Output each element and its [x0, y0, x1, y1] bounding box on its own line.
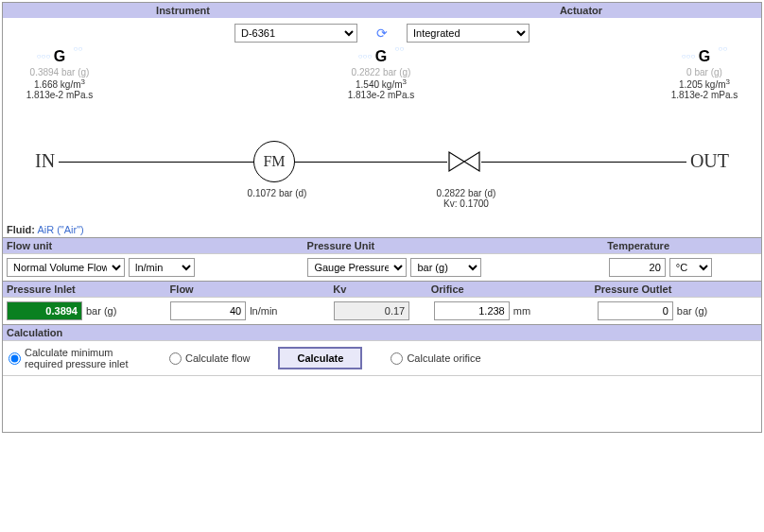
gas-point-mid: ○○○G○○ 0.2822 bar (g) 1.540 kg/m3 1.813e…: [329, 48, 433, 100]
pipe-line: [31, 162, 733, 163]
dropdown-row: D-6361 ⟳ Integrated: [3, 18, 761, 48]
calculate-button[interactable]: Calculate: [278, 347, 362, 369]
out-label: OUT: [686, 150, 733, 172]
flow-input[interactable]: [170, 301, 246, 320]
fluid-link[interactable]: AiR ("Air"): [37, 224, 83, 235]
gas-point-outlet: ○○○G○○ 0 bar (g) 1.205 kg/m3 1.813e-2 mP…: [652, 48, 756, 100]
gas-icon: ○○○G○○: [699, 48, 710, 65]
results-area: [3, 375, 761, 432]
fluid-label: Fluid: AiR ("Air"): [7, 224, 84, 235]
flow-unit-select[interactable]: ln/min: [129, 258, 195, 277]
calculation-row: Calculate minimum required pressure inle…: [3, 340, 761, 375]
orifice-input[interactable]: [434, 301, 510, 320]
instrument-header: Instrument: [3, 5, 363, 16]
refresh-icon[interactable]: ⟳: [376, 26, 388, 41]
kv-input: [334, 301, 409, 320]
calculation-header: Calculation: [3, 324, 761, 340]
gas-point-inlet: ○○○G○○ 0.3894 bar (g) 1.668 kg/m3 1.813e…: [8, 48, 112, 100]
gas-icon: ○○○G○○: [375, 48, 387, 65]
calc-min-inlet-radio[interactable]: [9, 352, 21, 365]
temperature-input[interactable]: [609, 258, 666, 277]
valve-icon: [447, 150, 481, 173]
params-header: Pressure Inlet Flow Kv Orifice Pressure …: [3, 281, 761, 297]
valve-pressure-drop: 0.2822 bar (d) Kv: 0.1700: [424, 188, 509, 209]
actuator-header: Actuator: [401, 5, 761, 16]
pressure-unit-select[interactable]: bar (g): [410, 258, 481, 277]
top-header: Instrument Actuator: [3, 3, 761, 18]
calc-orifice-radio[interactable]: [391, 352, 403, 365]
pressure-inlet-input[interactable]: [7, 301, 82, 320]
pressure-type-select[interactable]: Gauge Pressure: [307, 258, 407, 277]
gas-icon: ○○○G○○: [54, 48, 65, 65]
params-row: bar (g) ln/min mm bar (g): [3, 297, 761, 324]
pressure-outlet-input[interactable]: [598, 301, 673, 320]
instrument-select[interactable]: D-6361: [234, 24, 357, 43]
units-header: Flow unit Pressure Unit Temperature: [3, 237, 761, 253]
units-row: Normal Volume Flow ln/min Gauge Pressure…: [3, 253, 761, 281]
diagram-area: ○○○G○○ 0.3894 bar (g) 1.668 kg/m3 1.813e…: [3, 48, 761, 237]
temperature-unit-select[interactable]: °C: [669, 258, 712, 277]
actuator-select[interactable]: Integrated: [407, 24, 530, 43]
calc-flow-radio[interactable]: [169, 352, 182, 365]
flowmeter-icon: FM: [253, 141, 295, 182]
fm-pressure-drop: 0.1072 bar (d): [230, 188, 324, 198]
in-label: IN: [31, 150, 59, 172]
flow-type-select[interactable]: Normal Volume Flow: [7, 258, 125, 277]
